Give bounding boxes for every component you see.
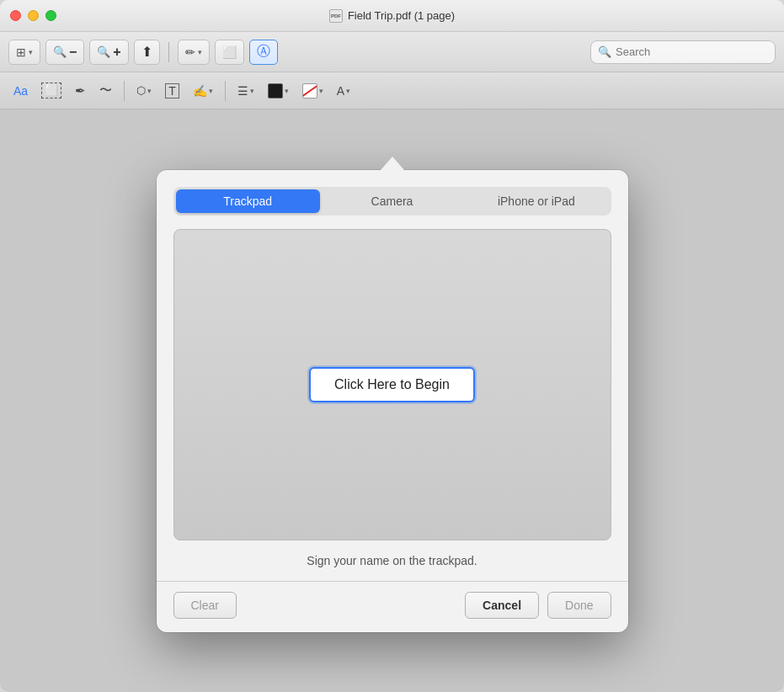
stroke-color-swatch <box>302 83 317 98</box>
title-bar: PDF Field Trip.pdf (1 page) <box>0 0 784 32</box>
signature-button[interactable]: ✍ ▾ <box>188 79 218 103</box>
window-title: Field Trip.pdf (1 page) <box>348 9 455 22</box>
stroke-color-chevron-icon: ▾ <box>319 87 323 95</box>
toolbar-separator-2 <box>124 81 125 101</box>
zoom-in-label: + <box>113 45 120 60</box>
shapes-icon: ⬡ <box>136 84 146 97</box>
search-bar[interactable]: 🔍 <box>590 40 776 64</box>
text-highlight-button[interactable]: ☰ ▾ <box>232 79 259 103</box>
redact-button[interactable]: ⬜ <box>215 40 244 65</box>
tab-iphone-ipad[interactable]: iPhone or iPad <box>464 189 608 213</box>
tab-camera[interactable]: Camera <box>320 189 464 213</box>
zoom-in-icon: 🔍 <box>97 45 110 58</box>
dialog-footer: Clear Cancel Done <box>157 581 628 632</box>
annotate-icon: ✏ <box>185 45 195 59</box>
zoom-out-icon: 🔍 <box>53 45 67 58</box>
redact-icon: ⬜ <box>222 45 237 59</box>
markup-button[interactable]: Ⓐ <box>249 40 278 65</box>
text-style-label: Aa <box>13 84 28 98</box>
text-style-button[interactable]: Aa <box>8 79 33 103</box>
fill-color-chevron-icon: ▾ <box>285 87 289 95</box>
toolbar-separator-3 <box>225 81 226 101</box>
main-toolbar: ⊞ ▾ 🔍 − 🔍 + ⬆ ✏ ▾ ⬜ Ⓐ 🔍 <box>0 32 784 72</box>
zoom-out-label: − <box>69 45 77 60</box>
tab-trackpad[interactable]: Trackpad <box>176 189 320 213</box>
selection-button[interactable]: ⬜ <box>36 79 67 103</box>
font-icon: A <box>337 84 344 98</box>
window-title-group: PDF Field Trip.pdf (1 page) <box>329 9 455 23</box>
dialog-content: Trackpad Camera iPhone or iPad Click Her… <box>157 170 628 567</box>
signature-chevron-icon: ▾ <box>209 87 213 95</box>
sidebar-chevron-icon: ▾ <box>29 48 33 56</box>
traffic-lights <box>10 10 56 21</box>
minimize-button[interactable] <box>28 10 39 21</box>
markup-icon: Ⓐ <box>257 43 270 61</box>
sidebar-icon: ⊞ <box>16 45 26 59</box>
fill-color-swatch <box>268 83 283 98</box>
share-button[interactable]: ⬆ <box>134 40 160 65</box>
main-content: Trackpad Camera iPhone or iPad Click Her… <box>0 109 784 692</box>
signature-tabs: Trackpad Camera iPhone or iPad <box>173 187 611 216</box>
annotate-button[interactable]: ✏ ▾ <box>178 40 210 65</box>
share-icon: ⬆ <box>141 44 152 60</box>
sketch-icon: ✒ <box>75 83 86 98</box>
close-button[interactable] <box>10 10 21 21</box>
annotate-chevron-icon: ▾ <box>198 48 202 56</box>
smooth-draw-icon: 〜 <box>99 83 112 98</box>
stroke-color-button[interactable]: ▾ <box>297 79 328 103</box>
sketch-button[interactable]: ✒ <box>70 79 91 103</box>
font-button[interactable]: A ▾ <box>332 79 355 103</box>
search-icon: 🔍 <box>598 45 611 58</box>
signature-dialog: Trackpad Camera iPhone or iPad Click Her… <box>157 170 628 632</box>
font-chevron-icon: ▾ <box>346 87 350 95</box>
annotation-toolbar: Aa ⬜ ✒ 〜 ⬡ ▾ T ✍ ▾ ☰ ▾ ▾ <box>0 72 784 109</box>
zoom-in-button[interactable]: 🔍 + <box>89 40 128 65</box>
maximize-button[interactable] <box>45 10 56 21</box>
signature-icon: ✍ <box>193 84 207 98</box>
sidebar-toggle-button[interactable]: ⊞ ▾ <box>8 40 40 65</box>
search-input[interactable] <box>616 45 768 58</box>
fill-color-button[interactable]: ▾ <box>263 79 294 103</box>
hint-text: Sign your name on the trackpad. <box>173 554 611 567</box>
shapes-chevron-icon: ▾ <box>147 87 152 95</box>
smooth-draw-button[interactable]: 〜 <box>94 79 117 103</box>
done-button[interactable]: Done <box>547 592 611 619</box>
zoom-out-button[interactable]: 🔍 − <box>45 40 84 65</box>
click-here-button[interactable]: Click Here to Begin <box>309 367 475 402</box>
text-highlight-chevron-icon: ▾ <box>250 87 254 95</box>
toolbar-separator-1 <box>168 42 169 62</box>
app-window: PDF Field Trip.pdf (1 page) ⊞ ▾ 🔍 − 🔍 + … <box>0 0 784 692</box>
dialog-arrow <box>381 157 404 170</box>
text-box-icon: T <box>165 83 179 98</box>
shapes-button[interactable]: ⬡ ▾ <box>131 79 157 103</box>
cancel-button[interactable]: Cancel <box>465 592 539 619</box>
signature-drawing-area[interactable]: Click Here to Begin <box>173 229 611 540</box>
clear-button[interactable]: Clear <box>173 592 237 619</box>
selection-icon: ⬜ <box>41 83 61 98</box>
text-highlight-icon: ☰ <box>237 84 248 98</box>
pdf-file-icon: PDF <box>329 9 343 23</box>
text-box-button[interactable]: T <box>160 79 184 103</box>
